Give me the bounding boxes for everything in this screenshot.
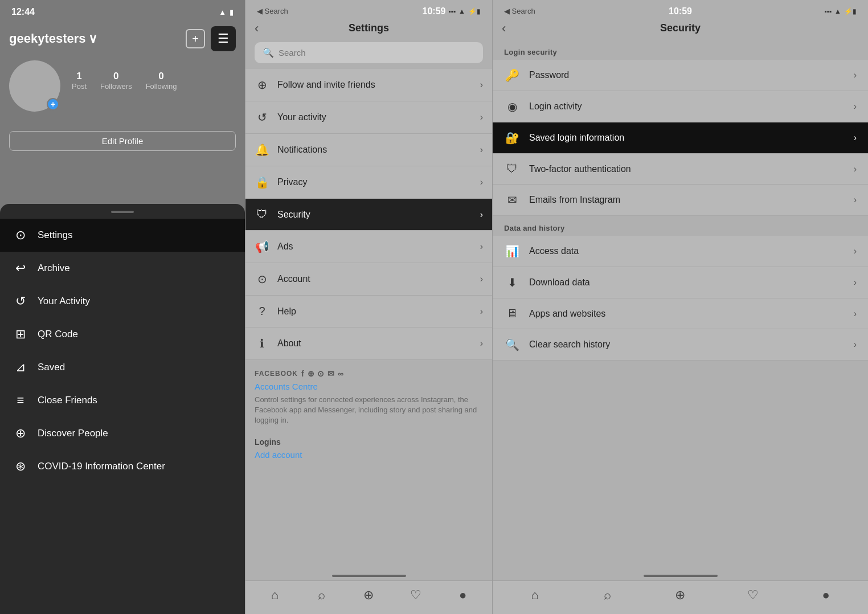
notifications-icon: 🔔 bbox=[255, 143, 269, 157]
home-indicator-3 bbox=[644, 575, 718, 577]
followers-stat: 0 Followers bbox=[100, 71, 132, 91]
access-data-label: Access data bbox=[529, 246, 579, 256]
settings-item-about[interactable]: ℹ About › bbox=[245, 328, 492, 360]
activity-label: Your activity bbox=[277, 112, 326, 122]
sidebar-covid-label: COVID-19 Information Center bbox=[38, 461, 165, 472]
sidebar-drawer: ⊙ Settings ↩ Archive ↺ Your Activity ⊞ Q… bbox=[0, 204, 245, 614]
login-activity-icon: ◉ bbox=[504, 100, 520, 113]
privacy-icon: 🔒 bbox=[255, 175, 269, 189]
security-item-login-activity[interactable]: ◉ Login activity › bbox=[493, 91, 868, 122]
security-item-saved-login[interactable]: 🔐 Saved login information › bbox=[493, 122, 868, 154]
signal-icon: ▪▪▪ bbox=[448, 7, 456, 15]
security-nav-bar: ‹ Security bbox=[493, 19, 868, 40]
login-security-header: Login security bbox=[493, 40, 868, 60]
wifi-icon-2: ▲ bbox=[458, 7, 465, 15]
security-label: Security bbox=[277, 210, 310, 220]
sidebar-item-settings[interactable]: ⊙ Settings bbox=[0, 219, 245, 252]
settings-list: ⊕ Follow and invite friends › ↺ Your act… bbox=[245, 69, 492, 575]
chevron-right-icon: › bbox=[854, 133, 857, 143]
download-icon: ⬇ bbox=[504, 276, 520, 289]
back-button[interactable]: ‹ bbox=[255, 21, 259, 36]
apps-websites-label: Apps and websites bbox=[529, 309, 605, 319]
about-icon: ℹ bbox=[255, 337, 269, 350]
sidebar-item-qrcode[interactable]: ⊞ QR Code bbox=[0, 318, 245, 351]
account-label: Account bbox=[277, 274, 310, 284]
chevron-right-icon: › bbox=[480, 112, 483, 122]
accounts-centre-link[interactable]: Accounts Centre bbox=[255, 382, 483, 391]
sidebar-close-friends-label: Close Friends bbox=[38, 395, 97, 406]
security-item-emails[interactable]: ✉ Emails from Instagram › bbox=[493, 185, 868, 216]
security-item-download-data[interactable]: ⬇ Download data › bbox=[493, 267, 868, 298]
security-title: Security bbox=[660, 22, 701, 34]
security-item-apps-websites[interactable]: 🖥 Apps and websites › bbox=[493, 298, 868, 329]
profile-header: geekytesters ∨ + ☰ + 1 Post 0 Followers bbox=[0, 21, 245, 123]
activity-tab[interactable]: ♡ bbox=[403, 588, 428, 603]
sidebar-item-close-friends[interactable]: ≡ Close Friends bbox=[0, 384, 245, 417]
search-tab-3[interactable]: ⌕ bbox=[595, 588, 620, 603]
add-tab[interactable]: ⊕ bbox=[356, 588, 381, 603]
add-tab-3[interactable]: ⊕ bbox=[668, 588, 693, 603]
clear-search-icon: 🔍 bbox=[504, 338, 520, 351]
chevron-right-icon: › bbox=[854, 164, 857, 174]
settings-item-ads[interactable]: 📢 Ads › bbox=[245, 231, 492, 263]
bottom-nav-2: ⌂ ⌕ ⊕ ♡ ● bbox=[245, 580, 492, 614]
apps-websites-icon: 🖥 bbox=[504, 307, 520, 320]
saved-login-icon: 🔐 bbox=[504, 131, 520, 145]
status-time-1: 12:44 bbox=[11, 7, 35, 17]
chevron-right-icon: › bbox=[854, 246, 857, 256]
add-photo-button[interactable]: + bbox=[47, 98, 59, 110]
chevron-right-icon: › bbox=[854, 309, 857, 319]
chevron-right-icon: › bbox=[480, 80, 483, 90]
settings-item-activity[interactable]: ↺ Your activity › bbox=[245, 101, 492, 134]
add-story-button[interactable]: + bbox=[186, 29, 205, 48]
sidebar-saved-label: Saved bbox=[38, 362, 65, 373]
chevron-right-icon: › bbox=[480, 145, 483, 155]
menu-button[interactable]: ☰ bbox=[211, 26, 236, 51]
activity-tab-3[interactable]: ♡ bbox=[740, 588, 765, 603]
profile-tab-3[interactable]: ● bbox=[813, 588, 838, 603]
search-bar[interactable]: 🔍 Search bbox=[255, 42, 483, 63]
saved-icon: ⊿ bbox=[13, 360, 28, 375]
facebook-section: FACEBOOK f ⊕ ⊙ ✉ ∞ Accounts Centre Contr… bbox=[245, 360, 492, 428]
chevron-right-icon: › bbox=[480, 274, 483, 284]
settings-item-privacy[interactable]: 🔒 Privacy › bbox=[245, 166, 492, 199]
settings-item-notifications[interactable]: 🔔 Notifications › bbox=[245, 134, 492, 166]
clear-search-label: Clear search history bbox=[529, 339, 610, 350]
ads-label: Ads bbox=[277, 241, 293, 252]
sidebar-item-covid[interactable]: ⊛ COVID-19 Information Center bbox=[0, 450, 245, 483]
profile-info-row: + 1 Post 0 Followers 0 Following bbox=[9, 60, 236, 112]
settings-item-security[interactable]: 🛡 Security › bbox=[245, 199, 492, 231]
back-search-label-3: ◀ Search bbox=[504, 7, 535, 15]
sidebar-item-discover[interactable]: ⊕ Discover People bbox=[0, 417, 245, 450]
logins-title: Logins bbox=[255, 437, 483, 447]
settings-item-help[interactable]: ? Help › bbox=[245, 296, 492, 328]
security-item-password[interactable]: 🔑 Password › bbox=[493, 60, 868, 91]
follow-icon: ⊕ bbox=[255, 78, 269, 92]
two-factor-label: Two-factor authentication bbox=[529, 164, 631, 174]
profile-tab[interactable]: ● bbox=[451, 588, 476, 603]
home-tab[interactable]: ⌂ bbox=[262, 588, 287, 603]
search-placeholder: Search bbox=[279, 48, 306, 58]
settings-item-account[interactable]: ⊙ Account › bbox=[245, 263, 492, 296]
security-item-2fa[interactable]: 🛡 Two-factor authentication › bbox=[493, 154, 868, 185]
edit-profile-button[interactable]: Edit Profile bbox=[9, 131, 236, 151]
discover-icon: ⊕ bbox=[13, 426, 28, 441]
close-friends-icon: ≡ bbox=[13, 393, 28, 408]
sidebar-qrcode-label: QR Code bbox=[38, 329, 78, 340]
security-item-access-data[interactable]: 📊 Access data › bbox=[493, 236, 868, 267]
search-tab[interactable]: ⌕ bbox=[309, 588, 334, 603]
wifi-icon-3: ▲ bbox=[834, 7, 841, 15]
status-icons-2: ▪▪▪ ▲ ⚡▮ bbox=[448, 7, 481, 15]
account-icon: ⊙ bbox=[255, 272, 269, 286]
profile-username-row: geekytesters ∨ + ☰ bbox=[9, 26, 236, 51]
profile-username: geekytesters ∨ bbox=[9, 31, 97, 46]
add-account-link[interactable]: Add account bbox=[255, 450, 483, 460]
home-tab-3[interactable]: ⌂ bbox=[522, 588, 547, 603]
sidebar-item-saved[interactable]: ⊿ Saved bbox=[0, 351, 245, 384]
saved-login-label: Saved login information bbox=[529, 133, 624, 143]
sidebar-item-archive[interactable]: ↩ Archive bbox=[0, 252, 245, 285]
settings-item-follow[interactable]: ⊕ Follow and invite friends › bbox=[245, 69, 492, 101]
sidebar-item-activity[interactable]: ↺ Your Activity bbox=[0, 285, 245, 318]
security-item-clear-search[interactable]: 🔍 Clear search history › bbox=[493, 329, 868, 361]
security-back-button[interactable]: ‹ bbox=[502, 21, 506, 36]
